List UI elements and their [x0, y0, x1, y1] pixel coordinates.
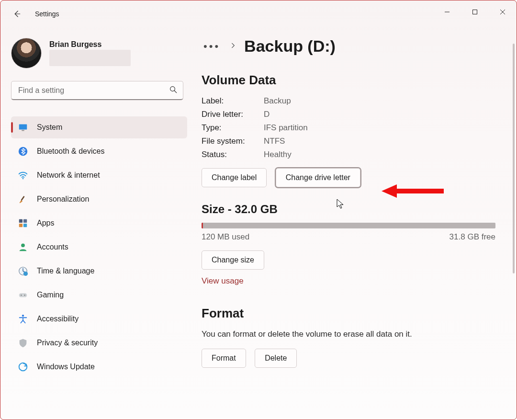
change-size-button[interactable]: Change size: [202, 250, 264, 270]
sidebar-item-accessibility[interactable]: Accessibility: [11, 308, 187, 330]
breadcrumb: ••• Backup (D:): [202, 37, 495, 56]
type-key: Type:: [202, 123, 264, 133]
svg-point-22: [24, 295, 25, 295]
label-value: Backup: [264, 96, 495, 106]
svg-line-6: [174, 91, 177, 93]
sidebar-item-apps[interactable]: Apps: [11, 212, 187, 234]
update-icon: [18, 362, 28, 372]
nav-list: System Bluetooth & devices Network & int…: [11, 116, 187, 378]
sidebar-item-label: Windows Update: [37, 363, 95, 371]
shield-icon: [18, 338, 28, 348]
sidebar-item-label: Time & language: [37, 267, 94, 275]
file-system-value: NTFS: [264, 136, 495, 146]
file-system-key: File system:: [202, 136, 264, 146]
bluetooth-icon: [18, 146, 28, 157]
close-button[interactable]: [489, 0, 517, 23]
sidebar-item-bluetooth[interactable]: Bluetooth & devices: [11, 140, 187, 162]
topbar: Settings: [0, 0, 59, 27]
svg-rect-13: [19, 219, 22, 223]
drive-letter-key: Drive letter:: [202, 110, 264, 119]
change-label-button[interactable]: Change label: [202, 168, 267, 187]
profile-text: Brian Burgess: [49, 40, 131, 66]
view-usage-link[interactable]: View usage: [202, 276, 244, 286]
avatar: [11, 38, 42, 68]
volume-properties: Label: Backup Drive letter: D Type: IFS …: [202, 96, 495, 159]
svg-rect-14: [23, 219, 27, 223]
search-icon: [169, 85, 178, 96]
clock-globe-icon: [18, 266, 28, 276]
sidebar-item-label: Privacy & security: [37, 339, 98, 347]
search-box[interactable]: [11, 81, 183, 100]
sidebar-item-label: Personalization: [37, 195, 89, 204]
format-buttons: Format Delete: [202, 349, 495, 368]
sidebar-item-label: Accounts: [37, 243, 68, 251]
gamepad-icon: [18, 290, 28, 300]
sidebar-item-gaming[interactable]: Gaming: [11, 284, 187, 306]
back-button[interactable]: [8, 5, 25, 23]
svg-point-17: [21, 243, 25, 247]
sidebar: Brian Burgess System Bluetooth & de: [0, 33, 189, 420]
paintbrush-icon: [18, 194, 28, 204]
type-value: IFS partition: [264, 123, 495, 133]
vertical-scrollbar[interactable]: [513, 44, 515, 273]
apps-icon: [18, 218, 28, 228]
svg-rect-7: [19, 125, 27, 130]
profile-subline-redacted: [49, 50, 131, 66]
format-heading: Format: [202, 306, 495, 321]
person-icon: [18, 242, 28, 252]
size-free-label: 31.8 GB free: [450, 232, 495, 242]
volume-heading: Volume Data: [202, 73, 495, 88]
format-button[interactable]: Format: [202, 349, 246, 368]
accessibility-icon: [18, 314, 28, 324]
size-heading: Size - 32.0 GB: [202, 203, 495, 216]
chevron-right-icon: [230, 41, 236, 51]
sidebar-item-label: Apps: [37, 219, 54, 227]
profile-block[interactable]: Brian Burgess: [11, 38, 187, 68]
maximize-button[interactable]: [461, 0, 489, 23]
sidebar-item-update[interactable]: Windows Update: [11, 356, 187, 378]
size-progress-used: [202, 223, 203, 228]
label-key: Label:: [202, 96, 264, 106]
page-title: Backup (D:): [244, 37, 336, 56]
sidebar-item-privacy[interactable]: Privacy & security: [11, 332, 187, 354]
svg-rect-12: [21, 196, 25, 201]
sidebar-item-system[interactable]: System: [11, 116, 187, 138]
profile-name: Brian Burgess: [49, 40, 131, 49]
sidebar-item-label: System: [37, 123, 62, 132]
svg-rect-20: [19, 293, 27, 297]
settings-window: Settings Brian Burgess System: [0, 0, 517, 420]
breadcrumb-more-icon[interactable]: •••: [202, 40, 222, 53]
delete-button[interactable]: Delete: [255, 349, 297, 368]
sidebar-item-label: Bluetooth & devices: [37, 147, 104, 156]
sidebar-item-accounts[interactable]: Accounts: [11, 236, 187, 258]
status-value: Healthy: [264, 150, 495, 159]
drive-letter-value: D: [264, 110, 495, 119]
size-labels: 120 MB used 31.8 GB free: [202, 232, 495, 242]
sidebar-item-time-language[interactable]: Time & language: [11, 260, 187, 282]
svg-rect-16: [23, 224, 27, 227]
sidebar-item-personalization[interactable]: Personalization: [11, 188, 187, 210]
wifi-icon: [18, 170, 28, 181]
format-description: You can format or delete the volume to e…: [202, 329, 495, 339]
minimize-button[interactable]: [433, 0, 461, 23]
svg-point-23: [22, 315, 24, 317]
change-drive-letter-button[interactable]: Change drive letter: [276, 168, 360, 187]
size-progress-bar: [202, 223, 495, 228]
sidebar-item-label: Gaming: [37, 291, 64, 299]
app-title: Settings: [35, 10, 59, 18]
svg-point-19: [23, 272, 28, 276]
main-content: ••• Backup (D:) Volume Data Label: Backu…: [202, 33, 507, 418]
caption-buttons: [433, 0, 517, 23]
sidebar-item-label: Network & internet: [37, 171, 100, 180]
status-key: Status:: [202, 150, 264, 159]
svg-rect-9: [22, 130, 24, 131]
svg-rect-15: [19, 224, 22, 227]
svg-point-11: [22, 178, 24, 180]
size-used-label: 120 MB used: [202, 232, 249, 242]
search-input[interactable]: [11, 81, 183, 100]
sidebar-item-label: Accessibility: [37, 315, 79, 323]
volume-buttons: Change label Change drive letter: [202, 168, 495, 187]
svg-rect-1: [473, 10, 477, 14]
svg-point-21: [21, 295, 22, 295]
sidebar-item-network[interactable]: Network & internet: [11, 164, 187, 186]
